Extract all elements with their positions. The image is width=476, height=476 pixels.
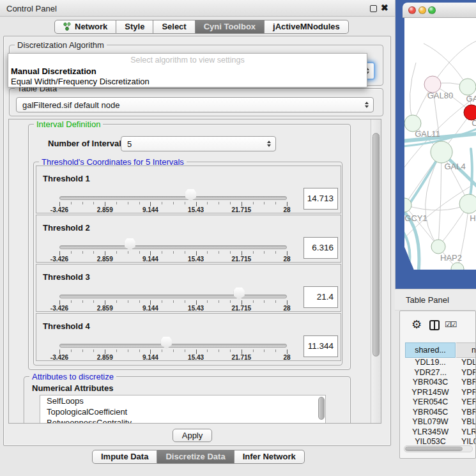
table-row[interactable]: YBR043CYBR043C (405, 378, 476, 388)
network-node-label: C (472, 118, 476, 128)
list-item-topologicalcoefficient[interactable]: TopologicalCoefficient (40, 406, 325, 417)
slider-track[interactable] (59, 196, 287, 200)
table-row[interactable]: YPR145WYPR145W (405, 388, 476, 398)
network-window-titlebar[interactable] (403, 3, 476, 18)
slider-tick (253, 349, 254, 352)
list-item-betweennesscentrality[interactable]: BetweennessCentrality (40, 417, 325, 423)
table-row[interactable]: YLR345WYLR345W (405, 427, 476, 438)
tab-discretize-data[interactable]: Discretize Data (157, 450, 234, 464)
column-header-name[interactable]: name (456, 342, 476, 358)
mac-close-icon[interactable] (408, 6, 416, 14)
slider-track[interactable] (59, 344, 287, 348)
slider-tick (287, 349, 288, 354)
cell-shared-name[interactable]: YBR043C (405, 378, 456, 387)
float-window-icon[interactable] (370, 5, 377, 12)
slider-tick-label: 21.715 (222, 206, 261, 213)
threshold-label: Threshold 3 (43, 272, 90, 282)
mac-zoom-icon[interactable] (428, 6, 436, 14)
tab-jactivemnodules[interactable]: jActiveMNodules (265, 20, 349, 34)
cell-name[interactable]: YER054C (459, 397, 476, 406)
cell-name[interactable]: YLR345W (459, 427, 476, 436)
algorithm-dropdown-popup: Select algorithm to view settings Manual… (8, 53, 367, 88)
cell-name[interactable]: YDL19 (459, 358, 476, 367)
cell-name[interactable]: YBL079W (459, 417, 476, 426)
table-row[interactable]: YER054CYER054C (405, 397, 476, 408)
tab-style[interactable]: Style (116, 20, 153, 34)
apply-button[interactable]: Apply (173, 429, 212, 442)
network-node-green[interactable] (451, 263, 464, 270)
threshold-value-field[interactable]: 11.344 (303, 335, 338, 357)
threshold-value-field[interactable]: 6.316 (303, 237, 338, 259)
threshold-value-field[interactable]: 21.4 (303, 286, 338, 308)
cell-shared-name[interactable]: YBL079W (405, 417, 456, 426)
cell-name[interactable]: YBR045C (459, 408, 476, 417)
close-icon[interactable]: ✖ (381, 3, 388, 13)
cell-shared-name[interactable]: YDR27... (405, 368, 456, 377)
tab-select[interactable]: Select (153, 20, 195, 34)
slider-track[interactable] (59, 245, 287, 249)
tab-infer-network[interactable]: Infer Network (234, 450, 305, 464)
network-node-green[interactable] (459, 79, 476, 95)
dropdown-hint-item[interactable]: Select algorithm to view settings (8, 56, 367, 65)
network-canvas[interactable]: GAL80GACGAL11GAL4GCY1HHAP2 (404, 18, 476, 270)
settings-scrollpane: Interval Definition Number of Intervals … (8, 119, 381, 424)
tab-network[interactable]: Network (54, 20, 116, 34)
network-node-green[interactable] (431, 240, 445, 254)
table-row[interactable]: YBR045CYBR045C (405, 408, 476, 418)
cell-name[interactable]: YIL05 (459, 437, 476, 445)
list-scrollbar[interactable] (318, 397, 325, 420)
network-edge[interactable] (433, 40, 476, 84)
table-row[interactable]: YDR27...YDR27 (405, 368, 476, 378)
dropdown-item-manual-discretization[interactable]: Manual Discretization (11, 66, 96, 76)
horizontal-scrollbar[interactable] (404, 445, 473, 452)
slider-track[interactable] (59, 295, 287, 298)
slider-tick (264, 349, 265, 352)
network-edge[interactable] (438, 152, 441, 247)
network-edge-highlighted[interactable] (404, 230, 410, 270)
slider-tick-label: 28 (268, 206, 306, 213)
table-data-combobox[interactable]: galFiltered.sif default node (16, 97, 374, 112)
select-columns-icon[interactable]: ☑☑ (445, 320, 456, 329)
slider-tick (71, 202, 72, 204)
cell-shared-name[interactable]: YDL19... (405, 358, 456, 367)
cell-shared-name[interactable]: YPR145W (405, 388, 456, 397)
cell-shared-name[interactable]: YBR045C (405, 408, 456, 417)
cell-name[interactable]: YBR043C (459, 378, 476, 387)
scrollbar-thumb[interactable] (372, 133, 380, 357)
cell-shared-name[interactable]: YLR345W (405, 427, 456, 436)
slider-tick (230, 349, 231, 352)
horizontal-scrollbar-thumb[interactable] (405, 447, 463, 451)
tab-cyni-toolbox[interactable]: Cyni Toolbox (196, 20, 265, 34)
network-node-label: GA (466, 94, 476, 104)
network-node-green[interactable] (431, 141, 452, 163)
slider-tick (162, 202, 162, 204)
network-edge[interactable] (404, 205, 438, 247)
cell-name[interactable]: YDR27 (459, 368, 476, 377)
slider-tick-label: 9.144 (131, 354, 169, 361)
cell-shared-name[interactable]: YIL053C (405, 437, 456, 445)
table-row[interactable]: YIL053CYIL05 (405, 437, 476, 445)
scrollbar-track[interactable] (371, 119, 381, 423)
threshold-value-field[interactable]: 14.713 (303, 188, 338, 210)
cell-name[interactable]: YPR145W (459, 388, 476, 397)
gear-icon[interactable]: ⚙ (411, 318, 422, 332)
group-title: Attributes to discretize (29, 372, 116, 381)
cell-shared-name[interactable]: YER054C (405, 397, 456, 406)
table-row[interactable]: YBL079WYBL079W (405, 417, 476, 427)
column-header-shared-name[interactable]: shared... (405, 342, 456, 358)
split-columns-icon[interactable] (429, 320, 440, 330)
slider-tick-label: 15.43 (177, 305, 215, 312)
dropdown-item-equal-width-frequency[interactable]: Equal Width/Frequency Discretization (11, 77, 150, 86)
mac-minimize-icon[interactable] (418, 6, 426, 14)
list-item-selfloops[interactable]: SelfLoops (40, 395, 325, 406)
slider-tick (59, 202, 60, 206)
network-node-green[interactable] (459, 194, 476, 213)
network-edge[interactable] (410, 63, 416, 123)
slider-tick (207, 300, 208, 303)
number-of-intervals-value: 5 (127, 139, 132, 149)
table-row[interactable]: YDL19...YDL19 (405, 358, 476, 368)
tab-impute-data[interactable]: Impute Data (92, 450, 157, 464)
threshold-row-2: Threshold 2-3.4262.8599.14415.4321.71528… (36, 215, 341, 263)
number-of-intervals-combobox[interactable]: 5 (121, 136, 276, 151)
slider-tick-label: 9.144 (131, 256, 169, 263)
